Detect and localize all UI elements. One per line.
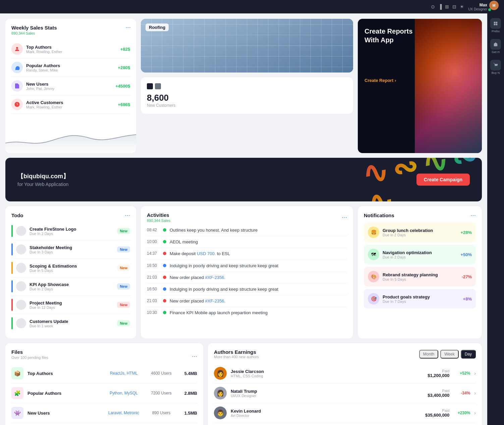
row2: Todo ⋯ Create FireStone Logo Due In 2 Da… bbox=[5, 206, 482, 338]
rpanel-buyn[interactable]: Buy N bbox=[490, 58, 502, 77]
notif-icon-4: 🎯 bbox=[368, 293, 379, 304]
files-title: Files bbox=[11, 349, 48, 355]
notifications-title: Notifications bbox=[364, 212, 394, 218]
apps-icon[interactable]: ⊟ bbox=[452, 4, 456, 9]
files-menu[interactable]: ⋯ bbox=[192, 353, 197, 360]
svg-point-33 bbox=[495, 67, 495, 67]
search-icon[interactable]: ⊙ bbox=[431, 4, 435, 9]
activities-title: Activities bbox=[147, 212, 170, 218]
todo-title: Todo bbox=[11, 212, 23, 218]
todo-item-6: Customers Update Due In 1 week New bbox=[11, 314, 130, 332]
notif-item-1: 🍔 Group lunch celebration Due in 2 Days … bbox=[364, 223, 476, 242]
todo-badge-5: New bbox=[117, 302, 130, 308]
author-arrow-2[interactable]: › bbox=[474, 390, 476, 396]
popular-authors-users: Randy, Steve, Mike bbox=[26, 68, 114, 72]
notifications-menu[interactable]: ⋯ bbox=[470, 212, 476, 219]
svg-point-34 bbox=[497, 67, 497, 67]
todo-avatar-6 bbox=[16, 318, 26, 328]
todo-item-2: Stakeholder Meeting Due In 3 Days New bbox=[11, 240, 130, 259]
new-users-name: New Users bbox=[26, 82, 112, 87]
svg-rect-30 bbox=[496, 22, 498, 23]
file-row-2: 🧩 Popular Authors Python, MySQL 7200 Use… bbox=[11, 383, 197, 403]
activity-link-1[interactable]: USD 700. bbox=[197, 251, 216, 256]
notif-val-3: -27% bbox=[462, 274, 472, 279]
create-campaign-button[interactable]: Create Campaign bbox=[416, 174, 470, 186]
signal-icon: ▐ bbox=[438, 4, 442, 9]
author-avatar-2: 👩 bbox=[214, 387, 227, 399]
author-row-4: 🧑 Brad Simmons Successful Fellas Paid $2… bbox=[214, 423, 476, 425]
tab-week[interactable]: Week bbox=[440, 350, 458, 359]
active-customers-value: +686$ bbox=[118, 102, 130, 107]
author-avatar-3: 👨 bbox=[214, 407, 227, 419]
row3: Files Over 100 pending files ⋯ 📦 Top Aut… bbox=[5, 343, 482, 425]
top-authors-value: +82$ bbox=[120, 47, 130, 52]
stat-new-users: New Users John, Pat, Jimmy +4500$ bbox=[11, 77, 130, 95]
activity-row-8: 10:30 Finance KPI Mobile app launch prep… bbox=[147, 307, 347, 319]
activity-row-2: 10:00 AEOL meeting bbox=[147, 236, 347, 248]
card-title: Weekly Sales Stats bbox=[11, 25, 130, 31]
activity-row-5: 21:03 New order placed #XF-2356. bbox=[147, 272, 347, 284]
grid-icon[interactable]: ⊞ bbox=[445, 4, 449, 9]
activity-row-1: 08:42 Outlines keep you honest. And keep… bbox=[147, 225, 347, 236]
activity-link-2[interactable]: #XF-2356. bbox=[205, 275, 226, 280]
middle-column: Roofing 8,600 New Customers bbox=[141, 19, 353, 153]
tab-day[interactable]: Day bbox=[461, 350, 476, 359]
dot-red-2 bbox=[163, 276, 166, 279]
activities-subtitle: 890,344 Sales bbox=[147, 219, 170, 223]
file-row-3: 👾 New Users Laravel, Metronic 890 Users … bbox=[11, 403, 197, 423]
author-change-1: +52% bbox=[453, 371, 470, 376]
sq-dark bbox=[147, 83, 153, 89]
activities-menu[interactable]: ⋯ bbox=[342, 214, 347, 221]
todo-menu[interactable]: ⋯ bbox=[125, 212, 130, 219]
rpanel-geth[interactable]: Get H bbox=[490, 37, 502, 56]
active-customers-icon bbox=[11, 99, 23, 110]
files-subtitle: Over 100 pending files bbox=[11, 356, 48, 360]
notif-icon-2: 🗺 bbox=[368, 249, 379, 260]
todo-badge-4: New bbox=[117, 283, 130, 289]
campaign-subtitle: for Your Web Application bbox=[17, 182, 410, 187]
create-reports-card: Create ReportsWith App Create Report › bbox=[358, 19, 482, 153]
dot-red-1 bbox=[163, 252, 166, 255]
stat-popular-authors: Popular Authors Randy, Steve, Mike +280$ bbox=[11, 58, 130, 77]
customers-squares bbox=[147, 83, 347, 89]
row1: Weekly Sales Stats 890,344 Sales ⋯ Top A… bbox=[5, 19, 482, 153]
create-report-link[interactable]: Create Report › bbox=[365, 78, 396, 83]
rpanel-prebu[interactable]: Prebu bbox=[490, 16, 502, 35]
todo-avatar-2 bbox=[16, 244, 26, 254]
authors-earnings-card: Authors Earnings More than 400 new autho… bbox=[208, 343, 482, 425]
notif-item-4: 🎯 Product goals strategy Due In 7 Days +… bbox=[364, 289, 476, 309]
brightness-icon[interactable]: ☀ bbox=[460, 4, 464, 9]
top-authors-name: Top Authors bbox=[26, 45, 117, 50]
notif-item-2: 🗺 Navigation optimization Due in 2 Days … bbox=[364, 245, 476, 264]
file-icon-2: 🧩 bbox=[11, 387, 23, 399]
rpanel-prebu-label: Prebu bbox=[490, 30, 501, 33]
file-row-4: 🏆 Active Customers AngularJS, C# 4600 Us… bbox=[11, 423, 197, 425]
todo-item-1: Create FireStone Logo Due In 2 Days New bbox=[11, 222, 130, 240]
todo-avatar-5 bbox=[16, 300, 26, 310]
weekly-sales-menu[interactable]: ⋯ bbox=[125, 24, 131, 31]
campaign-title: 【biqubiqu.com】 bbox=[17, 172, 410, 180]
todo-bar-green2 bbox=[11, 317, 13, 329]
dot-blue-1 bbox=[163, 264, 166, 267]
todo-badge-3: New bbox=[117, 265, 130, 271]
roofing-card: Roofing bbox=[141, 19, 353, 73]
todo-item-5: Project Meeting Due In 12 Days New bbox=[11, 296, 130, 314]
file-icon-1: 📦 bbox=[11, 367, 23, 379]
customers-number: 8,600 bbox=[147, 93, 347, 103]
svg-rect-32 bbox=[496, 24, 498, 26]
activity-link-3[interactable]: #XF-2356. bbox=[205, 298, 226, 303]
tab-month[interactable]: Month bbox=[419, 350, 438, 359]
dot-blue-2 bbox=[163, 287, 166, 291]
author-arrow-1[interactable]: › bbox=[474, 371, 476, 376]
author-avatar-1: 👩 bbox=[214, 367, 227, 380]
notif-item-3: 🎨 Rebrand strategy planning Due In 5 Day… bbox=[364, 267, 476, 286]
popular-authors-icon bbox=[11, 62, 23, 73]
customers-label: New Customers bbox=[147, 103, 347, 108]
svg-rect-31 bbox=[494, 24, 496, 26]
topbar: ⊙ ▐ ⊞ ⊟ ☀ Max UX Designer M bbox=[0, 0, 504, 13]
author-arrow-3[interactable]: › bbox=[474, 410, 476, 416]
todo-bar-orange bbox=[11, 262, 13, 274]
files-card: Files Over 100 pending files ⋯ 📦 Top Aut… bbox=[5, 343, 203, 425]
sq-gray bbox=[155, 83, 161, 89]
activity-row-7: 21:03 New order placed #XF-2356. bbox=[147, 295, 347, 307]
